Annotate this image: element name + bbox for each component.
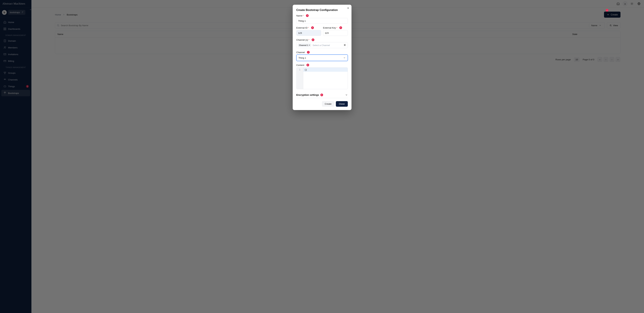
label-channels: Channel (s) bbox=[296, 39, 308, 41]
modal-close-button-primary[interactable]: Close bbox=[336, 101, 348, 107]
field-external-key: External Key * 5 bbox=[323, 26, 348, 36]
modal-actions: Create Close bbox=[296, 101, 348, 107]
close-icon bbox=[347, 7, 350, 10]
modal-create-button[interactable]: Create bbox=[322, 101, 334, 107]
input-name[interactable] bbox=[296, 18, 348, 24]
code-gutter: 1 bbox=[296, 68, 303, 89]
label-channel-single: Channel bbox=[296, 51, 305, 54]
field-name: Name * 3 bbox=[296, 14, 348, 24]
input-external-id[interactable] bbox=[296, 30, 321, 36]
modal-overlay[interactable]: Create Bootstrap Configuration Name * 3 … bbox=[0, 0, 644, 313]
content-editor[interactable]: 1 {} bbox=[296, 67, 348, 89]
required-mark: * bbox=[308, 39, 309, 41]
channel-chip-label: Channel 1 bbox=[299, 44, 308, 46]
annotation-9: 9 bbox=[320, 94, 323, 96]
channel-select-value: Thing 1 bbox=[298, 56, 306, 59]
required-mark: * bbox=[308, 26, 309, 29]
annotation-5: 5 bbox=[340, 26, 342, 29]
app-root: Abstract Machines b bootstraps Home Dash… bbox=[0, 0, 644, 313]
encryption-label: Encryption settings bbox=[296, 94, 319, 96]
close-icon bbox=[343, 44, 346, 46]
chip-remove-icon[interactable]: × bbox=[309, 44, 310, 46]
label-content: Content bbox=[296, 64, 304, 66]
label-external-key: External Key bbox=[323, 26, 336, 29]
annotation-3: 3 bbox=[306, 14, 309, 17]
modal-title: Create Bootstrap Configuration bbox=[296, 8, 348, 12]
label-external-id: External ID bbox=[296, 26, 308, 29]
multiselect-clear[interactable] bbox=[343, 44, 346, 47]
label-name: Name bbox=[296, 14, 302, 17]
annotation-4: 4 bbox=[311, 26, 314, 29]
required-mark: * bbox=[336, 26, 337, 29]
field-channel-single: Channel 7 Thing 1 bbox=[296, 51, 348, 61]
channels-multiselect[interactable]: Channel 1 × bbox=[296, 42, 348, 48]
code-line: {} bbox=[303, 68, 348, 72]
modal-close-button[interactable] bbox=[347, 7, 350, 10]
annotation-6: 6 bbox=[312, 38, 314, 41]
code-body[interactable]: {} bbox=[303, 68, 348, 89]
field-external-id: External ID * 4 bbox=[296, 26, 321, 36]
input-external-key[interactable] bbox=[323, 30, 348, 36]
annotation-8: 8 bbox=[306, 64, 309, 66]
field-content: Content 8 1 {} bbox=[296, 64, 348, 89]
channels-input[interactable] bbox=[312, 44, 342, 47]
required-mark: * bbox=[303, 14, 304, 17]
chevron-down-icon bbox=[343, 56, 346, 59]
channel-chip: Channel 1 × bbox=[298, 44, 311, 47]
line-number: 1 bbox=[296, 68, 303, 71]
channel-select[interactable]: Thing 1 bbox=[296, 54, 348, 61]
field-channels: Channel (s) * 6 Channel 1 × bbox=[296, 38, 348, 48]
chevron-down-icon bbox=[345, 94, 348, 96]
annotation-7: 7 bbox=[307, 51, 310, 54]
encryption-toggle[interactable]: Encryption settings 9 bbox=[296, 92, 348, 98]
create-bootstrap-modal: Create Bootstrap Configuration Name * 3 … bbox=[293, 5, 352, 110]
